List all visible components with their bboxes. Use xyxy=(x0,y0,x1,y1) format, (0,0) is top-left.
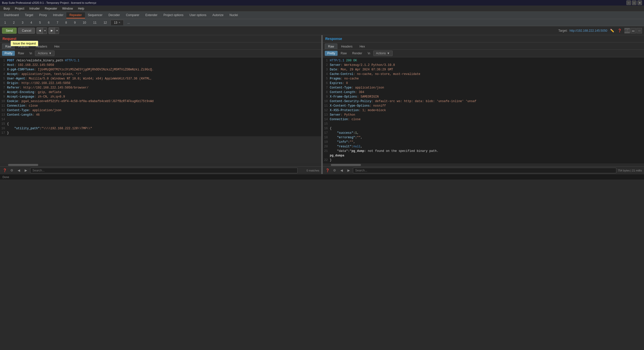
code-line: 20 "result":null, xyxy=(323,144,644,149)
response-scrollbar-h[interactable] xyxy=(323,163,644,166)
view-split-h-button[interactable]: ⬛⬛ xyxy=(624,28,630,33)
response-sub-tab-bar: Pretty Raw Render \n Actions ▼ xyxy=(323,50,644,57)
request-search-bar: ❓ ⚙ ◀ ▶ 0 matches xyxy=(0,166,321,174)
menu-burp[interactable]: Burp xyxy=(1,6,12,11)
response-subtab-newline[interactable]: \n xyxy=(365,51,373,56)
response-subtab-raw[interactable]: Raw xyxy=(338,51,349,56)
code-line: 10Cookie: pga4_session=e6f521fc-e9f4-4c5… xyxy=(0,99,321,104)
tab-dashboard[interactable]: Dashboard xyxy=(1,12,22,18)
code-line: 13Content-Length: 46 xyxy=(0,113,321,117)
status-bar: Done xyxy=(0,174,644,180)
menu-window[interactable]: Window xyxy=(60,6,75,11)
code-line: 6Origin: http://192.168.222.145:5050 xyxy=(0,81,321,85)
target-info: Target: http://192.168.222.145:5050 ✏️ ❓… xyxy=(558,28,642,33)
response-tab-raw[interactable]: Raw xyxy=(325,43,337,49)
response-subtab-pretty[interactable]: Pretty xyxy=(325,51,338,56)
code-line: 4Cache-Control: no-cache, no-store, must… xyxy=(323,72,644,76)
rep-tab-more[interactable]: ... xyxy=(124,20,133,25)
menu-help[interactable]: Help xyxy=(75,6,87,11)
code-line: 3X-pgA-CSRFToken: IjU4MzQ0OTM2Yzc3YzM5Zm… xyxy=(0,67,321,72)
request-panel: Request Raw Params Headers Hex Pretty Ra… xyxy=(0,35,322,174)
tab-extender[interactable]: Extender xyxy=(142,12,160,18)
request-search-prev-icon[interactable]: ◀ xyxy=(16,168,22,173)
tab-decoder[interactable]: Decoder xyxy=(106,12,123,18)
response-search-input[interactable] xyxy=(353,168,616,173)
rep-tab-7[interactable]: 7 xyxy=(53,20,62,25)
request-subtab-raw[interactable]: Raw xyxy=(15,51,26,56)
main-panels: Request Raw Params Headers Hex Pretty Ra… xyxy=(0,35,644,174)
rep-tab-13[interactable]: 13 ✕ xyxy=(111,20,123,25)
tab-target[interactable]: Target xyxy=(22,12,36,18)
request-subtab-newline[interactable]: \n xyxy=(27,51,34,56)
tab-autorize[interactable]: Autorize xyxy=(209,12,226,18)
rep-tab-5[interactable]: 5 xyxy=(36,20,44,25)
cancel-button[interactable]: Cancel xyxy=(18,28,35,34)
tab-intruder[interactable]: Intruder xyxy=(50,12,66,18)
rep-tab-4[interactable]: 4 xyxy=(27,20,35,25)
menu-repeater[interactable]: Repeater xyxy=(42,6,60,11)
response-search-bar: ❓ ⚙ ◀ ▶ 754 bytes | 21 millis xyxy=(323,166,644,174)
request-sub-tab-bar: Pretty Raw \n Actions ▼ xyxy=(0,50,321,57)
request-code-area[interactable]: 1POST /misc/validate_binary_path HTTP/1.… xyxy=(0,57,321,163)
minimize-button[interactable]: ─ xyxy=(626,1,631,5)
rep-tab-10[interactable]: 10 xyxy=(79,20,89,25)
send-button[interactable]: Send xyxy=(2,28,17,34)
menu-project[interactable]: Project xyxy=(12,6,27,11)
response-tab-hex[interactable]: Hex xyxy=(356,43,368,49)
request-scrollbar-h[interactable] xyxy=(0,163,321,166)
tab-nuclei[interactable]: Nuclei xyxy=(226,12,241,18)
response-code-wrapper: 1HTTP/1.1 200 OK2Server: Werkzeug/2.1.2 … xyxy=(323,57,644,166)
code-line: 11Connection: close xyxy=(0,104,321,108)
response-search-next-icon[interactable]: ▶ xyxy=(346,168,351,173)
code-line: 14Connection: close xyxy=(323,117,644,122)
response-actions-button[interactable]: Actions ▼ xyxy=(373,51,393,56)
response-tab-headers[interactable]: Headers xyxy=(338,43,356,49)
request-search-input[interactable] xyxy=(30,168,298,173)
request-tab-raw[interactable]: Raw xyxy=(2,43,15,49)
code-line: 14 xyxy=(0,117,321,122)
view-single-button[interactable]: ▭ xyxy=(636,28,642,33)
request-settings-icon[interactable]: ⚙ xyxy=(9,168,15,173)
tab-proxy[interactable]: Proxy xyxy=(36,12,50,18)
rep-tab-3[interactable]: 3 xyxy=(18,20,27,25)
tab-project-options[interactable]: Project options xyxy=(160,12,186,18)
nav-back-dropdown[interactable]: ▼ xyxy=(43,27,47,34)
rep-tab-11[interactable]: 11 xyxy=(90,20,100,25)
request-tab-params[interactable]: Params xyxy=(15,43,32,49)
code-line: 7Content-Type: application/json xyxy=(323,85,644,90)
rep-tab-12[interactable]: 12 xyxy=(100,20,110,25)
rep-tab-1[interactable]: 1 xyxy=(1,20,9,25)
nav-forward-button[interactable]: ▶ xyxy=(49,27,55,34)
response-subtab-render[interactable]: Render xyxy=(350,51,364,56)
rep-tab-8[interactable]: 8 xyxy=(62,20,70,25)
rep-tab-9[interactable]: 9 xyxy=(71,20,79,25)
view-toggle: ⬛⬛ ▬ ▭ xyxy=(624,28,642,33)
nav-forward-dropdown[interactable]: ▼ xyxy=(55,27,59,34)
nav-back-button[interactable]: ◀ xyxy=(36,27,43,34)
request-tab-hex[interactable]: Hex xyxy=(51,43,63,49)
maximize-button[interactable]: □ xyxy=(632,1,636,5)
response-help-icon[interactable]: ❓ xyxy=(325,168,330,173)
code-line: 12Content-Type: application/json xyxy=(0,108,321,113)
menu-intruder[interactable]: Intruder xyxy=(27,6,42,11)
edit-target-icon[interactable]: ✏️ xyxy=(609,28,615,33)
request-code-wrapper: 1POST /misc/validate_binary_path HTTP/1.… xyxy=(0,57,321,166)
request-search-next-icon[interactable]: ▶ xyxy=(23,168,29,173)
response-settings-icon[interactable]: ⚙ xyxy=(332,168,337,173)
request-subtab-pretty[interactable]: Pretty xyxy=(2,51,15,56)
response-search-prev-icon[interactable]: ◀ xyxy=(339,168,344,173)
request-actions-button[interactable]: Actions ▼ xyxy=(35,51,54,56)
view-split-v-button[interactable]: ▬ xyxy=(630,28,636,33)
tab-comparer[interactable]: Comparer xyxy=(123,12,142,18)
tab-user-options[interactable]: User options xyxy=(187,12,209,18)
rep-tab-2[interactable]: 2 xyxy=(10,20,18,25)
response-code-area[interactable]: 1HTTP/1.1 200 OK2Server: Werkzeug/2.1.2 … xyxy=(323,57,644,163)
tab-sequencer[interactable]: Sequencer xyxy=(85,12,106,18)
rep-tab-6[interactable]: 6 xyxy=(44,20,53,25)
request-help-icon[interactable]: ❓ xyxy=(2,168,8,173)
close-button[interactable]: ✕ xyxy=(637,1,642,5)
help-icon[interactable]: ❓ xyxy=(617,28,622,33)
tab-repeater[interactable]: Repeater xyxy=(66,12,85,18)
request-tab-bar: Raw Params Headers Hex xyxy=(0,42,321,50)
request-tab-headers[interactable]: Headers xyxy=(32,43,50,49)
